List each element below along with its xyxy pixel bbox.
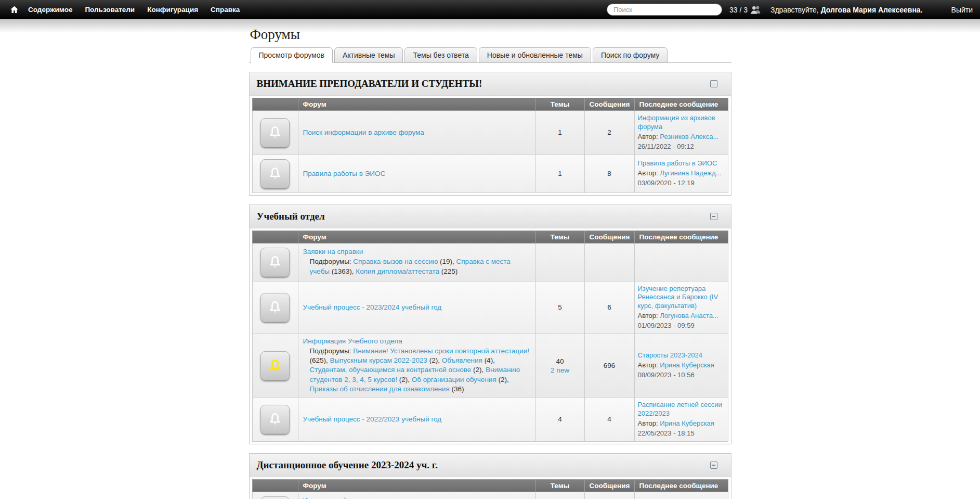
menu-item-configuration[interactable]: Конфигурация: [141, 6, 204, 14]
menu-item-users[interactable]: Пользователи: [79, 6, 141, 14]
subforum-link[interactable]: Приказы об отчислении для ознакомления: [310, 385, 450, 393]
subforum-count: (1363),: [330, 267, 356, 275]
author-link[interactable]: Логунова Анаста...: [660, 312, 718, 319]
subforums-list: Подфорумы: Внимание! Установлены сроки п…: [303, 347, 531, 394]
author-link[interactable]: Резников Алекса...: [660, 133, 718, 140]
col-topics: Темы: [535, 98, 584, 111]
page-background: Форумы Просмотр форумов Активные темы Те…: [0, 19, 980, 499]
col-topics: Темы: [535, 231, 584, 243]
forum-link[interactable]: Правила работы в ЭИОС: [303, 170, 386, 177]
last-post-date: 08/09/2023 - 10:56: [638, 371, 725, 380]
subforum-link[interactable]: Выпускным курсам 2022-2023: [330, 356, 427, 364]
author-link[interactable]: Ирина Куберская: [660, 419, 714, 427]
last-post-link[interactable]: Старосты 2023-2024: [638, 351, 702, 359]
posts-count: 8: [584, 155, 634, 193]
forum-link[interactable]: Учебный процесс - 2022/2023 учебный год: [303, 415, 442, 423]
forum-link[interactable]: Поиск информации в архиве форума: [303, 129, 424, 136]
menu-item-help[interactable]: Справка: [204, 6, 246, 14]
author-link[interactable]: Лугинина Надежд...: [660, 169, 721, 177]
tab-forum-search[interactable]: Поиск по форуму: [593, 47, 668, 63]
col-icon: [252, 479, 298, 492]
col-forum: Форум: [298, 231, 535, 243]
bell-icon: [260, 405, 290, 434]
topics-count: 1: [535, 111, 584, 155]
forum-row: Заявки на справки Подфорумы: Справка-выз…: [252, 243, 728, 281]
greeting-prefix: Здравствуйте,: [770, 6, 821, 14]
forum-table: Форум Темы Сообщения Последнее сообщение…: [252, 98, 728, 193]
topics-count: 40: [541, 357, 580, 365]
subforum-link[interactable]: Объявления: [442, 356, 482, 364]
last-post-date: 26/11/2022 - 09:12: [638, 143, 725, 151]
menu-item-content[interactable]: Содержимое: [22, 6, 79, 14]
subforum-link[interactable]: Студентам, обучающимся на контрактной ос…: [310, 366, 472, 374]
page-title: Форумы: [249, 19, 731, 47]
bell-icon: [260, 118, 290, 147]
tab-view-forums[interactable]: Просмотр форумов: [251, 47, 333, 63]
posts-count: 6: [584, 281, 634, 334]
bell-icon-new: [260, 496, 290, 499]
subforums-label: Подфорумы:: [310, 258, 354, 265]
last-post-link[interactable]: Изучение репертуара Ренессанса и Барокко…: [638, 285, 718, 310]
home-icon[interactable]: [6, 5, 22, 14]
subforum-count: (36): [450, 385, 464, 393]
topics-count: 5: [535, 281, 584, 334]
forum-row: Информация Учебного отдела Подфорумы: Вн…: [252, 334, 728, 398]
col-last-post: Последнее сообщение: [634, 98, 728, 111]
greeting-text: Здравствуйте, Долгова Мария Алексеевна.: [770, 6, 923, 14]
bell-icon: [260, 159, 290, 188]
subforum-link[interactable]: Внимание! Установлены сроки повторной ат…: [353, 347, 529, 355]
forum-row: Правила работы в ЭИОС 1 8 Правила работы…: [252, 155, 728, 193]
subforums-list: Подфорумы: Справка-вызов на сессию (19),…: [303, 257, 531, 276]
last-post-link[interactable]: Расписание летней сессии 2022/2023: [638, 401, 722, 417]
container-header: ВНИМАНИЕ ПРЕПОДАВАТЕЛИ И СТУДЕНТЫ!: [250, 72, 731, 96]
col-icon: [252, 98, 298, 111]
table-header-row: Форум Темы Сообщения Последнее сообщение: [252, 231, 728, 243]
last-post-date: 22/05/2023 - 18:15: [638, 429, 725, 438]
subforum-count: (625),: [310, 356, 330, 364]
subforum-count: (2),: [496, 376, 509, 383]
subforum-link[interactable]: Об организации обучения: [412, 376, 496, 383]
forum-link[interactable]: Информация Учебного отдела: [303, 337, 402, 345]
author-link[interactable]: Ирина Куберская: [660, 361, 714, 369]
collapse-icon[interactable]: [710, 462, 717, 469]
subforum-link[interactable]: Справка-вызов на сессию: [353, 258, 438, 265]
author-label: Автор:: [638, 361, 658, 369]
forum-row: Иностранный язык Подфорумы: Объявления (…: [252, 492, 728, 499]
collapse-icon[interactable]: [710, 213, 717, 220]
users-icon[interactable]: [750, 5, 762, 15]
last-post-link[interactable]: Правила работы в ЭИОС: [638, 159, 717, 167]
col-posts: Сообщения: [584, 98, 634, 111]
forum-link[interactable]: Заявки на справки: [303, 248, 363, 255]
collapse-icon[interactable]: [710, 80, 717, 87]
last-post-link[interactable]: Информация из архивов форума: [638, 114, 715, 131]
col-last-post: Последнее сообщение: [634, 479, 728, 492]
forum-link[interactable]: Иностранный язык: [303, 496, 364, 499]
container-title: ВНИМАНИЕ ПРЕПОДАВАТЕЛИ И СТУДЕНТЫ!: [257, 78, 482, 89]
posts-count: [584, 243, 634, 281]
notification-counter[interactable]: 33 / 3: [729, 6, 748, 14]
logout-link[interactable]: Выйти: [951, 6, 973, 14]
forum-link[interactable]: Учебный процесс - 2023/2024 учебный год: [303, 303, 442, 311]
admin-toolbar: Содержимое Пользователи Конфигурация Спр…: [0, 0, 980, 19]
tab-new-updated-topics[interactable]: Новые и обновленные темы: [479, 47, 591, 63]
search-input[interactable]: [607, 4, 722, 16]
subforum-link[interactable]: Копия диплома/аттестата: [356, 267, 439, 275]
col-posts: Сообщения: [584, 231, 634, 243]
tab-unanswered-topics[interactable]: Темы без ответа: [404, 47, 477, 63]
forum-row: Учебный процесс - 2023/2024 учебный год …: [252, 281, 728, 334]
subforum-count: (4),: [482, 356, 495, 364]
new-topics-link[interactable]: 2 new: [551, 366, 569, 374]
container-title: Учебный отдел: [257, 211, 325, 222]
tab-active-topics[interactable]: Активные темы: [334, 47, 403, 63]
posts-count: 4: [584, 398, 634, 442]
topics-count: 1: [535, 155, 584, 193]
forum-container-attention: ВНИМАНИЕ ПРЕПОДАВАТЕЛИ И СТУДЕНТЫ! Форум…: [249, 72, 731, 196]
subforum-count: (2),: [397, 376, 412, 383]
last-post-date: 01/09/2023 - 09:59: [638, 322, 725, 330]
forum-row: Поиск информации в архиве форума 1 2 Инф…: [252, 111, 728, 155]
col-forum: Форум: [298, 98, 535, 111]
container-body: Форум Темы Сообщения Последнее сообщение…: [250, 477, 731, 499]
author-label: Автор:: [638, 419, 658, 427]
posts-count: 158: [584, 492, 634, 499]
forum-table: Форум Темы Сообщения Последнее сообщение…: [252, 479, 728, 499]
